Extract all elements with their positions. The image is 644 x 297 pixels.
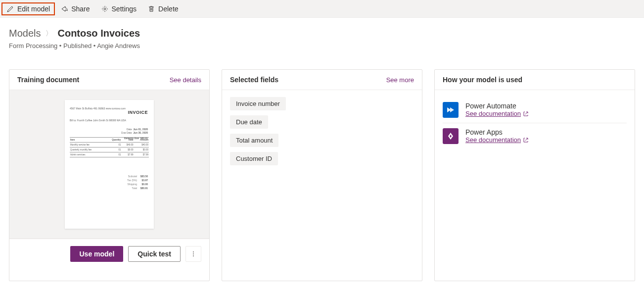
due-date-label: Due Date (121, 131, 132, 134)
svg-point-0 (104, 8, 106, 10)
share-button[interactable]: Share (55, 3, 94, 15)
more-vertical-icon (190, 250, 197, 257)
gear-icon (101, 5, 109, 13)
selected-fields-card: Selected fields See more Invoice number … (222, 69, 422, 281)
model-usage-card: How your model is used Power Automate Se… (434, 69, 635, 281)
use-model-button[interactable]: Use model (70, 246, 123, 262)
invoice-dates: Date Jun 01, 2020 Due Date Jun 30, 2020 … (121, 128, 148, 140)
pencil-icon (6, 5, 14, 13)
table-row: Admin services01$7.99$7.99 (70, 152, 149, 157)
training-doc-thumbnail[interactable]: INVOICE 4567 Main St Buffalo 491 06863 w… (65, 100, 154, 229)
table-row: Quarterly monthly fee01$0.00$0.00 (70, 147, 149, 152)
doc-link-label: See documentation (465, 110, 521, 117)
command-bar: Edit model Share Settings Delete (0, 0, 644, 18)
see-details-link[interactable]: See details (170, 76, 201, 84)
doc-link-label: See documentation (465, 136, 521, 144)
due-date-value: Jun 30, 2020 (133, 131, 148, 134)
settings-button[interactable]: Settings (96, 3, 142, 15)
field-pill[interactable]: Total amount (230, 134, 278, 147)
usage-card-title: How your model is used (443, 76, 522, 84)
usage-item-power-apps: Power Apps See documentation (443, 123, 627, 149)
col-item: Item (70, 137, 105, 142)
field-pill[interactable]: Due date (230, 115, 268, 129)
quick-test-button[interactable]: Quick test (128, 246, 181, 262)
balance-label: Balance Due (124, 137, 139, 140)
invoice-bill-to: Bill to: Fourth Coffee John Smith St 980… (70, 119, 149, 122)
page-title: Contoso Invoices (57, 28, 140, 39)
share-label: Share (71, 5, 90, 13)
col-qty: Quantity (105, 137, 121, 142)
invoice-totals: Subtotal$83.50 Tax (5%)$3.97 Shipping$0.… (123, 174, 148, 190)
see-documentation-link[interactable]: See documentation (465, 136, 529, 144)
svg-point-2 (193, 253, 194, 254)
fields-card-title: Selected fields (230, 76, 278, 84)
breadcrumb: Models 〉 Contoso Invoices (9, 28, 635, 39)
edit-model-button[interactable]: Edit model (1, 2, 55, 15)
table-row: Monthly service fee01$40.00$40.00 (70, 142, 149, 147)
see-more-link[interactable]: See more (386, 76, 414, 84)
field-pill[interactable]: Customer ID (230, 152, 278, 165)
delete-button[interactable]: Delete (142, 3, 183, 15)
edit-model-label: Edit model (17, 5, 50, 13)
balance-value: $80.91 (140, 137, 148, 140)
svg-point-3 (193, 255, 194, 256)
external-link-icon (523, 137, 529, 143)
training-doc-preview-area: INVOICE 4567 Main St Buffalo 491 06863 w… (9, 90, 209, 239)
invoice-line-table: Item Quantity Rate Amount Monthly servic… (70, 137, 149, 157)
field-pill[interactable]: Invoice number (230, 97, 286, 110)
training-document-card: Training document See details INVOICE 45… (9, 69, 210, 281)
model-meta: Form Processing • Published • Angie Andr… (9, 42, 635, 50)
settings-label: Settings (112, 5, 137, 13)
external-link-icon (523, 111, 529, 117)
trash-icon (147, 5, 155, 13)
power-automate-icon (443, 102, 459, 118)
share-icon (60, 5, 68, 13)
date-value: Jun 01, 2020 (133, 128, 148, 131)
invoice-label: INVOICE (128, 110, 148, 115)
power-apps-icon (443, 128, 459, 144)
usage-item-title: Power Automate (465, 102, 529, 110)
svg-point-1 (193, 251, 194, 252)
usage-item-power-automate: Power Automate See documentation (443, 97, 627, 123)
see-documentation-link[interactable]: See documentation (465, 110, 529, 117)
training-card-title: Training document (17, 76, 79, 84)
delete-label: Delete (158, 5, 178, 13)
breadcrumb-root[interactable]: Models (9, 28, 41, 39)
usage-item-title: Power Apps (465, 128, 529, 136)
date-label: Date (127, 128, 132, 131)
more-actions-button[interactable] (185, 246, 201, 262)
chevron-right-icon: 〉 (46, 29, 52, 38)
